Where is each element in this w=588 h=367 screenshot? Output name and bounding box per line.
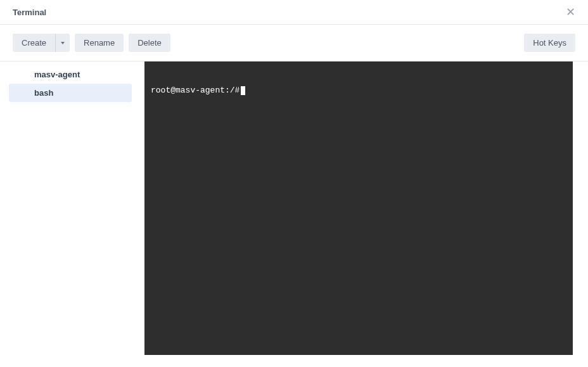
toolbar-left: Create Rename Delete [13,34,170,52]
create-button-group: Create [13,34,70,52]
delete-button[interactable]: Delete [129,34,170,52]
terminal-output[interactable]: root@masv-agent:/# [144,61,573,355]
create-button[interactable]: Create [13,34,55,52]
page-title: Terminal [13,8,46,17]
sidebar-item-bash[interactable]: bash [9,84,132,102]
caret-down-icon [61,42,65,44]
rename-button[interactable]: Rename [75,34,124,52]
terminal-prompt-line: root@masv-agent:/# [151,86,566,95]
toolbar: Create Rename Delete Hot Keys [0,25,588,61]
session-sidebar: masv-agent bash [0,61,144,367]
window-header: Terminal ✕ [0,0,588,25]
sidebar-item-masv-agent[interactable]: masv-agent [9,65,132,84]
terminal-prompt: root@masv-agent:/# [151,86,240,95]
terminal-cursor [241,86,245,95]
main-area: masv-agent bash root@masv-agent:/# [0,61,588,367]
toolbar-right: Hot Keys [524,34,575,52]
close-icon[interactable]: ✕ [566,6,575,18]
hotkeys-button[interactable]: Hot Keys [524,34,575,52]
create-dropdown-toggle[interactable] [55,34,70,52]
